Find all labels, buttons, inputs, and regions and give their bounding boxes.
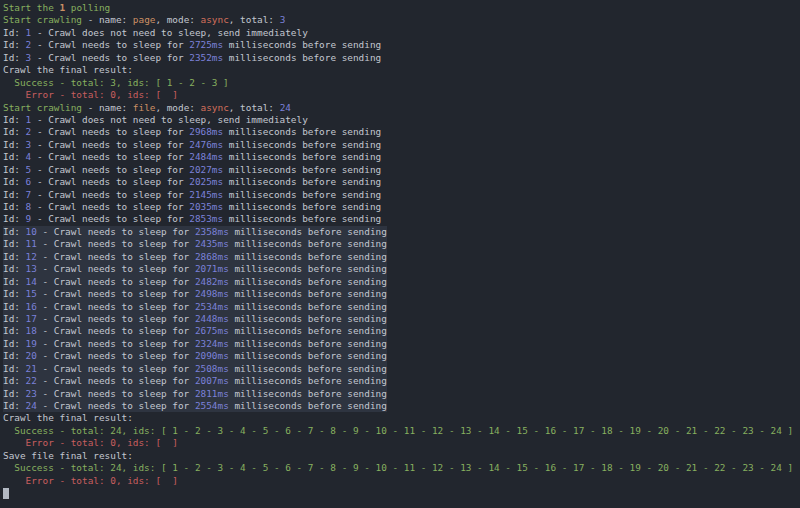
terminal-line-text-selected: Id: 15 - Crawl needs to sleep for 2498ms…: [3, 288, 387, 300]
terminal-line: Id: 14 - Crawl needs to sleep for 2482ms…: [3, 276, 800, 288]
terminal-line: Error - total: 0, ids: [ ]: [3, 437, 800, 449]
terminal-line: Success - total: 24, ids: [ 1 - 2 - 3 - …: [3, 425, 800, 437]
terminal-line-text: Id: 8 - Crawl needs to sleep for 2035ms …: [3, 201, 381, 213]
terminal-text-segment: 2324ms: [195, 338, 229, 349]
terminal-text-segment: 2035ms: [189, 201, 223, 212]
terminal-line: Id: 16 - Crawl needs to sleep for 2534ms…: [3, 301, 800, 313]
terminal-line-text-selected: Id: 21 - Crawl needs to sleep for 2508ms…: [3, 363, 387, 375]
terminal-line: Id: 18 - Crawl needs to sleep for 2675ms…: [3, 325, 800, 337]
terminal-text-segment: - Crawl needs to sleep for: [37, 350, 195, 361]
terminal-text-segment: , mode:: [155, 102, 200, 113]
terminal-text-segment: Id:: [3, 301, 26, 312]
terminal-line: Crawl the final result:: [3, 412, 800, 424]
terminal-text-segment: 17: [26, 313, 37, 324]
terminal-text-segment: Id:: [3, 139, 26, 150]
terminal-text-segment: 2145ms: [189, 189, 223, 200]
terminal-text-segment: milliseconds before sending: [229, 288, 387, 299]
terminal-line: Start the 1 polling: [3, 2, 800, 14]
terminal-text-segment: milliseconds before sending: [229, 301, 387, 312]
terminal-text-segment: 2484ms: [189, 151, 223, 162]
terminal-line-text-selected: Id: 12 - Crawl needs to sleep for 2868ms…: [3, 251, 387, 263]
terminal-line: Success - total: 24, ids: [ 1 - 2 - 3 - …: [3, 462, 800, 474]
terminal-text-segment: milliseconds before sending: [223, 201, 381, 212]
terminal-text-segment: milliseconds before sending: [229, 350, 387, 361]
terminal-text-segment: 2853ms: [189, 213, 223, 224]
terminal-text-segment: 2675ms: [195, 325, 229, 336]
terminal-text-segment: milliseconds before sending: [229, 263, 387, 274]
terminal-text-segment: Id:: [3, 313, 26, 324]
terminal-text-segment: - Crawl needs to sleep for: [31, 189, 189, 200]
terminal-line-text: Id: 2 - Crawl needs to sleep for 2968ms …: [3, 126, 381, 138]
terminal-text-segment: 16: [26, 301, 37, 312]
terminal-text-segment: Id:: [3, 325, 26, 336]
terminal-text-segment: 2025ms: [189, 176, 223, 187]
terminal-text-segment: - Crawl needs to sleep for: [37, 276, 195, 287]
terminal-text-segment: - Crawl needs to sleep for: [31, 213, 189, 224]
terminal-text-segment: - Crawl needs to sleep for: [37, 226, 195, 237]
terminal-line-text: Id: 4 - Crawl needs to sleep for 2484ms …: [3, 151, 381, 163]
terminal-line-text-selected: Id: 14 - Crawl needs to sleep for 2482ms…: [3, 276, 387, 288]
terminal-text-segment: 2027ms: [189, 164, 223, 175]
terminal-text-segment: - name:: [82, 102, 133, 113]
terminal-text-segment: 2352ms: [189, 52, 223, 63]
terminal-text-segment: milliseconds before sending: [229, 375, 387, 386]
terminal-text-segment: Save file final result:: [3, 450, 133, 461]
terminal-text-segment: milliseconds before sending: [229, 226, 387, 237]
terminal-text-segment: - Crawl needs to sleep for: [31, 126, 189, 137]
terminal-text-segment: - Crawl needs to sleep for: [37, 301, 195, 312]
terminal-text-segment: Start the: [3, 2, 59, 13]
terminal-text-segment: Id:: [3, 52, 26, 63]
terminal-text-segment: Error - total: 0, ids: [ ]: [3, 437, 178, 448]
terminal-text-segment: 10: [26, 226, 37, 237]
terminal-text-segment: - Crawl needs to sleep for: [31, 52, 189, 63]
terminal-line: Save file final result:: [3, 450, 800, 462]
terminal-text-segment: milliseconds before sending: [223, 126, 381, 137]
terminal-output[interactable]: Start the 1 pollingStart crawling - name…: [0, 0, 800, 508]
terminal-text-segment: milliseconds before sending: [229, 325, 387, 336]
terminal-text-segment: - Crawl needs to sleep for: [31, 176, 189, 187]
terminal-text-segment: milliseconds before sending: [223, 52, 381, 63]
terminal-text-segment: - Crawl needs to sleep for: [31, 164, 189, 175]
terminal-text-segment: Id:: [3, 363, 26, 374]
terminal-line-text: Error - total: 0, ids: [ ]: [3, 89, 178, 101]
terminal-text-segment: 2358ms: [195, 226, 229, 237]
terminal-line: Id: 19 - Crawl needs to sleep for 2324ms…: [3, 338, 800, 350]
terminal-text-segment: 2090ms: [195, 350, 229, 361]
terminal-text-segment: milliseconds before sending: [229, 238, 387, 249]
terminal-text-segment: 2534ms: [195, 301, 229, 312]
terminal-text-segment: 2554ms: [195, 400, 229, 411]
terminal-text-segment: 14: [26, 276, 37, 287]
terminal-line-text-selected: Id: 10 - Crawl needs to sleep for 2358ms…: [3, 226, 387, 238]
terminal-line: Id: 10 - Crawl needs to sleep for 2358ms…: [3, 226, 800, 238]
terminal-line-text: Save file final result:: [3, 450, 133, 462]
terminal-line-text: Id: 1 - Crawl does not need to sleep, se…: [3, 114, 308, 126]
terminal-line: Id: 9 - Crawl needs to sleep for 2853ms …: [3, 213, 800, 225]
terminal-text-segment: 18: [26, 325, 37, 336]
terminal-text-segment: , total:: [229, 102, 280, 113]
terminal-text-segment: 20: [26, 350, 37, 361]
terminal-text-segment: , total:: [229, 14, 280, 25]
terminal-text-segment: Error - total: 0, ids: [ ]: [3, 475, 178, 486]
terminal-text-segment: , mode:: [155, 14, 200, 25]
terminal-line: Id: 11 - Crawl needs to sleep for 2435ms…: [3, 238, 800, 250]
terminal-text-segment: polling: [65, 2, 110, 13]
terminal-text-segment: - Crawl needs to sleep for: [31, 201, 189, 212]
terminal-text-segment: - Crawl needs to sleep for: [37, 238, 195, 249]
terminal-line-text-selected: Id: 19 - Crawl needs to sleep for 2324ms…: [3, 338, 387, 350]
terminal-text-segment: 2811ms: [195, 388, 229, 399]
terminal-text-segment: Crawl the final result:: [3, 412, 133, 423]
terminal-text-segment: Id:: [3, 288, 26, 299]
terminal-line: Start crawling - name: page, mode: async…: [3, 14, 800, 26]
terminal-text-segment: 24: [280, 102, 291, 113]
terminal-line-text: Crawl the final result:: [3, 412, 133, 424]
terminal-text-segment: milliseconds before sending: [223, 139, 381, 150]
terminal-text-segment: Id:: [3, 400, 26, 411]
terminal-text-segment: milliseconds before sending: [229, 338, 387, 349]
terminal-line: Id: 21 - Crawl needs to sleep for 2508ms…: [3, 363, 800, 375]
terminal-text-segment: milliseconds before sending: [229, 388, 387, 399]
terminal-line-text-selected: Id: 16 - Crawl needs to sleep for 2534ms…: [3, 301, 387, 313]
terminal-text-segment: 19: [26, 338, 37, 349]
terminal-text-segment: Id:: [3, 213, 26, 224]
terminal-text-segment: milliseconds before sending: [223, 39, 381, 50]
terminal-line: Id: 2 - Crawl needs to sleep for 2968ms …: [3, 126, 800, 138]
